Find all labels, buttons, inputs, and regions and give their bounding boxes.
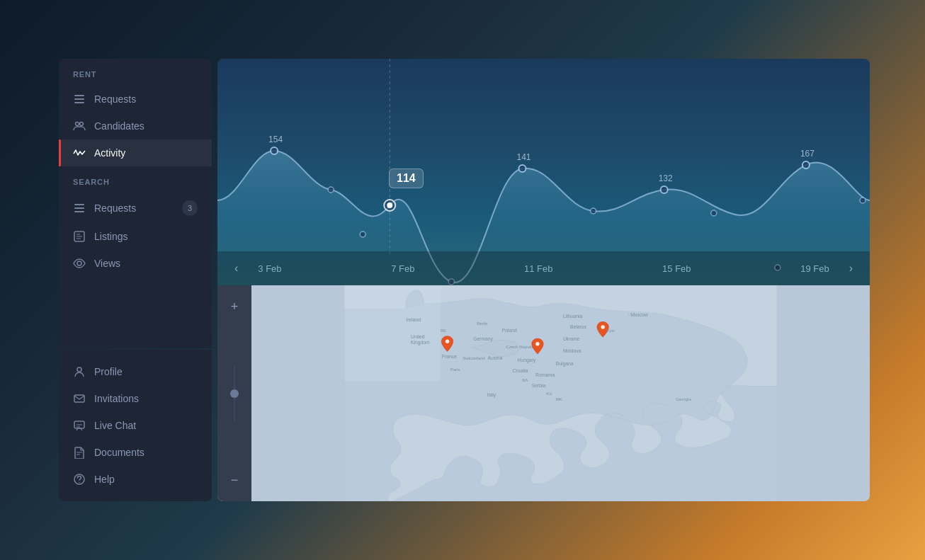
svg-rect-7 [74,211,84,212]
europe-map: Ireland United Kingdom France Germany BE… [251,285,870,501]
label-moldova: Moldova [563,348,581,353]
label-kyiv: Kyiv [607,328,615,333]
svg-rect-5 [74,204,84,205]
listings-icon [73,230,86,243]
label-ukraine: Ukraine [563,336,580,341]
label-moscow: · Moscow [628,312,648,317]
help-icon [73,473,86,486]
label-paris: · Paris [448,367,460,372]
profile-label: Profile [94,366,123,377]
svg-point-14 [79,482,80,484]
list-icon [73,93,86,105]
search-section-label: SEARCH [59,178,212,193]
label-georgia: Georgia [676,396,691,401]
label-hungary: Hungary [518,358,536,363]
label-italy: Italy [487,392,496,398]
svg-rect-1 [74,98,84,100]
label-germany: Germany [473,336,493,342]
sidebar-item-activity[interactable]: Activity [59,139,212,166]
svg-point-19 [601,325,604,328]
label-berlin: · Berlin [475,321,488,326]
chart-dates: 3 Feb 7 Feb 11 Feb 15 Feb 19 Feb [244,263,843,274]
svg-point-17 [446,340,449,343]
sidebar-item-profile[interactable]: Profile [59,358,212,385]
sidebar-item-help[interactable]: Help [59,466,212,493]
sidebar-item-candidates[interactable]: Candidates [59,113,212,139]
chart-prev-btn[interactable]: ‹ [229,259,244,278]
sidebar-item-invitations[interactable]: Invitations [59,385,212,412]
invitations-icon [73,392,86,405]
map-zoom-slider [234,322,235,464]
svg-point-9 [77,261,81,265]
sidebar: RENT Requests Candidates [59,59,212,501]
point-154 [271,147,278,154]
chart-date-bar: ‹ 3 Feb 7 Feb 11 Feb 15 Feb 19 Feb › [217,251,870,285]
listings-label: Listings [94,231,127,242]
date-11feb: 11 Feb [524,263,552,274]
invitations-label: Invitations [94,393,139,404]
views-label: Views [94,258,120,269]
point-141 [518,165,526,172]
label-poland: Poland [502,328,517,333]
sidebar-item-documents[interactable]: Documents [59,439,212,466]
documents-label: Documents [94,447,144,458]
point-mid5 [711,210,717,216]
main-content: 154 141 132 167 [217,59,870,501]
label-romania: Romania [535,372,555,377]
label-uk: United [411,334,425,339]
svg-point-10 [77,367,81,372]
label-belarus: Belarus [570,324,587,329]
label-154: 154 [268,135,283,144]
label-ireland: Ireland [406,317,421,322]
activity-icon [73,147,86,159]
label-croatia: Croatia [513,368,528,373]
point-114-inner [387,202,392,208]
svg-rect-11 [74,395,84,402]
label-mk: MK. [556,396,564,401]
zoom-out-btn[interactable]: − [225,470,244,490]
label-lithuania: Lithuania [563,314,583,319]
requests-badge: 3 [182,200,198,216]
svg-rect-16 [345,285,441,382]
activity-label: Activity [94,147,125,159]
svg-rect-2 [74,102,84,103]
svg-rect-6 [74,207,84,209]
views-icon [73,257,86,270]
sidebar-item-search-requests[interactable]: Requests 3 [59,193,212,223]
chart-area: 154 141 132 167 [217,59,870,285]
date-7feb: 7 Feb [391,263,414,274]
label-uk2: Kingdom [411,340,430,345]
label-czech: Czech Republic [506,344,536,349]
label-france: France [442,354,457,359]
livechat-label: Live Chat [94,420,136,431]
zoom-in-btn[interactable]: + [225,297,244,316]
sidebar-item-views[interactable]: Views [59,250,212,277]
svg-point-18 [535,342,539,345]
label-austria: Austria [487,355,502,360]
sidebar-item-listings[interactable]: Listings [59,223,212,250]
sidebar-bottom: Profile Invitations Live Chat [59,350,212,501]
label-bulgaria: Bulgaria [556,361,574,367]
point-mid2 [360,232,365,237]
label-kv: KV. [546,391,553,396]
sidebar-item-livechat[interactable]: Live Chat [59,412,212,439]
zoom-track [234,365,235,422]
date-19feb: 19 Feb [800,263,829,274]
svg-point-4 [80,122,84,126]
label-167: 167 [800,149,815,159]
zoom-thumb[interactable] [230,389,239,398]
date-15feb: 15 Feb [662,263,691,274]
chart-next-btn[interactable]: › [844,259,858,278]
label-switzerland: Switzerland [462,355,485,360]
svg-point-3 [76,122,79,126]
point-mid1 [328,187,334,193]
help-label: Help [94,474,115,485]
point-167 [802,161,810,168]
requests-label: Requests [94,93,136,105]
label-ba: BA. [522,377,529,382]
sidebar-item-requests[interactable]: Requests [59,86,212,113]
svg-rect-0 [74,95,84,96]
point-end [860,198,866,203]
label-be: BE [441,328,446,333]
label-141: 141 [516,152,530,162]
